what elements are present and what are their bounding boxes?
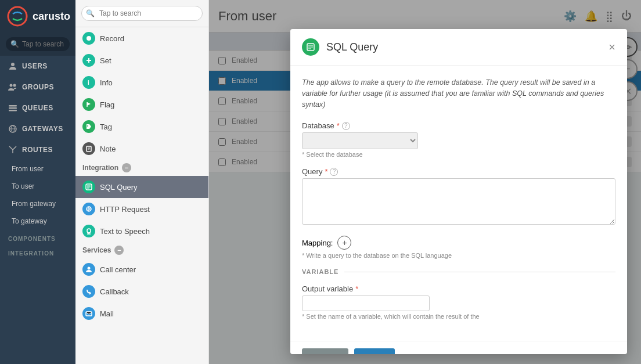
output-variable-form-group: Output variable * * Set the name of a va… xyxy=(302,284,615,320)
logo-icon xyxy=(7,6,28,27)
sidebar-route-to-user[interactable]: To user xyxy=(0,178,75,195)
svg-point-2 xyxy=(10,84,13,87)
info-icon: i xyxy=(82,76,95,89)
output-variable-label: Output variable * xyxy=(302,284,615,293)
sql-query-icon xyxy=(82,181,95,193)
sql-query-modal: SQL Query × The app allows to make a que… xyxy=(290,29,627,354)
integration-section-header: Integration − xyxy=(75,160,208,176)
panel-item-call-center[interactable]: Call center xyxy=(75,258,208,280)
call-center-icon xyxy=(82,263,95,276)
variable-section-label: VARIABLE xyxy=(302,268,338,275)
svg-point-1 xyxy=(11,63,15,66)
query-textarea[interactable] xyxy=(302,178,615,225)
users-icon xyxy=(8,62,17,71)
database-label: Database * ? xyxy=(302,121,615,130)
components-section-label: COMPONENTS xyxy=(0,230,75,244)
tag-icon xyxy=(82,120,95,133)
sidebar-item-users[interactable]: USERS xyxy=(0,56,75,77)
panel-item-callback[interactable]: Callback xyxy=(75,280,208,302)
flag-icon xyxy=(82,98,95,111)
component-panel: 🔍 Record Set i Info Flag xyxy=(75,0,209,364)
sidebar-search-icon: 🔍 xyxy=(10,40,19,48)
mapping-form-group: Mapping: + * Write a query to the databa… xyxy=(302,236,615,259)
text-to-speech-icon xyxy=(82,225,95,237)
svg-point-11 xyxy=(87,125,88,127)
modal-overlay: SQL Query × The app allows to make a que… xyxy=(209,0,641,364)
sidebar-route-from-user[interactable]: From user xyxy=(0,160,75,178)
query-label: Query * ? xyxy=(302,167,615,176)
record-icon xyxy=(82,32,95,45)
services-collapse-btn[interactable]: − xyxy=(114,246,124,255)
panel-item-sql-query[interactable]: SQL Query xyxy=(75,176,208,198)
modal-description: The app allows to make a query to the re… xyxy=(302,77,615,110)
svg-point-0 xyxy=(8,7,27,26)
sidebar-route-from-gateway[interactable]: From gateway xyxy=(0,195,75,212)
panel-item-list: Record Set i Info Flag Tag xyxy=(75,27,208,364)
svg-point-8 xyxy=(87,36,91,41)
sidebar-item-gateways[interactable]: GATEWAYS xyxy=(0,118,75,139)
sidebar-route-to-gateway[interactable]: To gateway xyxy=(0,212,75,230)
main-content: From user ⚙️ 🔔 ⣿ ⏻ ✏ − ✕ Priority Enable… xyxy=(209,0,641,364)
sidebar: carusto 🔍 USERS GROUPS QUEUES GATEWAYS R… xyxy=(0,0,75,364)
routes-icon xyxy=(8,145,17,154)
modal-title-icon xyxy=(302,38,319,56)
mapping-add-button[interactable]: + xyxy=(337,236,351,250)
query-form-group: Query * ? xyxy=(302,167,615,226)
logo: carusto xyxy=(0,0,75,33)
panel-item-set[interactable]: Set xyxy=(75,49,208,71)
set-icon xyxy=(82,54,95,67)
panel-item-note[interactable]: Note xyxy=(75,138,208,160)
cancel-button[interactable]: Cancel xyxy=(302,348,348,354)
svg-rect-4 xyxy=(9,105,17,107)
panel-item-text-to-speech[interactable]: Text to Speech xyxy=(75,220,208,242)
svg-text:i: i xyxy=(88,80,89,86)
sidebar-item-routes[interactable]: ROUTES xyxy=(0,139,75,160)
svg-rect-15 xyxy=(87,229,91,233)
sidebar-search-area: 🔍 xyxy=(0,33,75,56)
output-variable-hint: * Set the name of a variable, which will… xyxy=(302,313,615,320)
variable-section-divider: VARIABLE xyxy=(302,268,615,275)
modal-close-button[interactable]: × xyxy=(608,41,615,53)
mapping-row: Mapping: + xyxy=(302,236,615,250)
save-button[interactable]: Save xyxy=(354,348,395,354)
queues-icon xyxy=(8,103,17,113)
mail-icon xyxy=(82,307,95,320)
sidebar-item-groups[interactable]: GROUPS xyxy=(0,77,75,98)
sidebar-item-queues[interactable]: QUEUES xyxy=(0,98,75,118)
integration-collapse-btn[interactable]: − xyxy=(122,163,131,172)
panel-search-input[interactable] xyxy=(81,6,203,21)
panel-item-http-request[interactable]: HTTP Request xyxy=(75,198,208,220)
logo-text: carusto xyxy=(33,10,70,23)
modal-header: SQL Query × xyxy=(290,29,627,66)
groups-icon xyxy=(8,82,17,92)
panel-item-flag[interactable]: Flag xyxy=(75,93,208,116)
output-variable-input[interactable] xyxy=(302,295,430,311)
panel-item-mail[interactable]: Mail xyxy=(75,302,208,325)
database-form-group: Database * ? * Select the database xyxy=(302,121,615,158)
svg-rect-5 xyxy=(9,107,17,109)
svg-rect-6 xyxy=(9,110,17,111)
svg-point-3 xyxy=(13,84,16,87)
panel-item-record[interactable]: Record xyxy=(75,27,208,49)
services-section-header: Services − xyxy=(75,242,208,258)
svg-point-16 xyxy=(88,267,91,270)
gateways-icon xyxy=(8,124,17,134)
note-icon xyxy=(82,142,95,155)
database-hint: * Select the database xyxy=(302,151,615,158)
query-help-icon[interactable]: ? xyxy=(330,168,338,176)
panel-item-info[interactable]: i Info xyxy=(75,71,208,93)
http-request-icon xyxy=(82,203,95,215)
panel-search-area: 🔍 xyxy=(75,0,208,27)
modal-footer: Cancel Save xyxy=(290,341,627,354)
modal-title: SQL Query xyxy=(326,41,602,53)
database-help-icon[interactable]: ? xyxy=(342,122,350,130)
query-hint: * Write a query to the database on the S… xyxy=(302,252,615,259)
panel-item-tag[interactable]: Tag xyxy=(75,116,208,138)
integration-section-label: INTEGRATION xyxy=(0,244,75,259)
mapping-label: Mapping: xyxy=(302,239,333,247)
callback-icon xyxy=(82,285,95,298)
database-select[interactable] xyxy=(302,132,418,149)
modal-body: The app allows to make a query to the re… xyxy=(290,66,627,341)
panel-search-icon: 🔍 xyxy=(86,9,95,17)
